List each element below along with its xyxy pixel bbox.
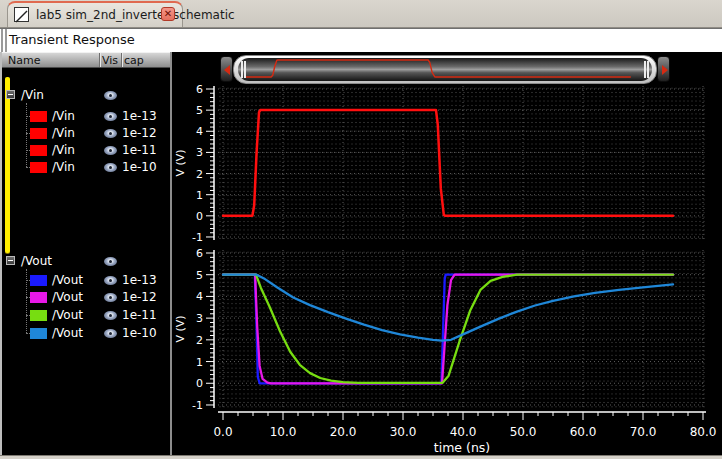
overview-scrollbar-track[interactable] xyxy=(233,55,657,84)
column-header-cap[interactable]: cap xyxy=(124,54,144,67)
signal-name-label: /Vout xyxy=(52,326,83,340)
signal-name-label: /Vout xyxy=(52,273,83,287)
visibility-eye-icon[interactable] xyxy=(104,293,117,302)
page-title: Transient Response xyxy=(9,32,135,47)
trace-color-swatch[interactable] xyxy=(30,328,47,339)
cap-value: 1e-11 xyxy=(122,143,157,157)
trace-color-swatch[interactable] xyxy=(30,111,47,122)
window-bottom-border xyxy=(0,455,722,459)
waveform-plot-area-vout[interactable] xyxy=(218,250,706,408)
signal-row[interactable]: /Vout1e-13 xyxy=(2,272,170,288)
scrollbar-right-arrow[interactable] xyxy=(657,56,670,82)
signal-name-label: /Vin xyxy=(52,160,75,174)
cap-value: 1e-11 xyxy=(122,308,157,322)
signal-row[interactable]: /Vin1e-12 xyxy=(2,125,170,141)
column-header-vis[interactable]: Vis xyxy=(102,54,118,67)
waveform-viewer-window: lab5 sim_2nd_inverter schematic ✕ Transi… xyxy=(0,0,722,459)
panel-grip-handle[interactable] xyxy=(1,29,7,52)
trace-color-swatch[interactable] xyxy=(30,275,47,286)
right-triangle-icon xyxy=(662,65,668,75)
plot-title-bar: Transient Response xyxy=(0,28,722,52)
visibility-eye-icon[interactable] xyxy=(104,112,117,121)
visibility-eye-icon[interactable] xyxy=(104,311,117,320)
signal-name-label: /Vout xyxy=(52,308,83,322)
signal-table-header: Name Vis cap xyxy=(2,52,170,68)
tab-title: lab5 sim_2nd_inverter schematic xyxy=(36,8,235,22)
trace-color-swatch[interactable] xyxy=(30,292,47,303)
signal-group-row[interactable]: /Vin xyxy=(2,87,170,103)
waveform-plot-panel xyxy=(172,52,722,455)
collapse-expander-icon[interactable] xyxy=(6,256,15,265)
signal-name-label: /Vout xyxy=(52,290,83,304)
signal-row[interactable]: /Vin1e-13 xyxy=(2,108,170,124)
cap-value: 1e-12 xyxy=(122,290,157,304)
cap-value: 1e-13 xyxy=(122,273,157,287)
signal-row[interactable]: /Vout1e-12 xyxy=(2,289,170,305)
column-divider[interactable] xyxy=(121,53,122,67)
signal-group-label: /Vout xyxy=(21,254,52,268)
signal-group-row[interactable]: /Vout xyxy=(2,253,170,269)
signal-row[interactable]: /Vin1e-11 xyxy=(2,142,170,158)
column-divider[interactable] xyxy=(99,53,100,67)
cap-value: 1e-13 xyxy=(122,109,157,123)
signal-row[interactable]: /Vout1e-10 xyxy=(2,325,170,341)
cap-value: 1e-10 xyxy=(122,326,157,340)
schematic-window-icon xyxy=(14,7,29,22)
scrollbar-grip-left[interactable] xyxy=(241,61,246,78)
trace-color-swatch[interactable] xyxy=(30,162,47,173)
trace-color-swatch[interactable] xyxy=(30,310,47,321)
visibility-eye-icon[interactable] xyxy=(104,91,117,100)
visibility-eye-icon[interactable] xyxy=(104,276,117,285)
visibility-eye-icon[interactable] xyxy=(104,257,117,266)
cap-value: 1e-10 xyxy=(122,160,157,174)
left-triangle-icon xyxy=(224,65,230,75)
overview-waveform xyxy=(244,57,644,84)
signal-name-label: /Vin xyxy=(52,109,75,123)
tab-bar: lab5 sim_2nd_inverter schematic ✕ xyxy=(0,0,722,28)
trace-color-swatch[interactable] xyxy=(30,128,47,139)
cap-value: 1e-12 xyxy=(122,126,157,140)
scrollbar-left-arrow[interactable] xyxy=(220,56,233,82)
signal-row[interactable]: /Vout1e-11 xyxy=(2,307,170,323)
scrollbar-grip-right[interactable] xyxy=(644,61,649,78)
column-header-name[interactable]: Name xyxy=(8,54,40,67)
signal-name-label: /Vin xyxy=(52,126,75,140)
visibility-eye-icon[interactable] xyxy=(104,146,117,155)
close-icon[interactable]: ✕ xyxy=(161,7,175,21)
tab-transient-response[interactable]: lab5 sim_2nd_inverter schematic ✕ xyxy=(7,1,183,27)
signal-group-label: /Vin xyxy=(21,88,44,102)
signal-row[interactable]: /Vin1e-10 xyxy=(2,159,170,175)
signal-table-panel: Name Vis cap /Vin/Vin1e-13/Vin1e-12/Vin1… xyxy=(0,52,170,455)
visibility-eye-icon[interactable] xyxy=(104,329,117,338)
trace-color-swatch[interactable] xyxy=(30,145,47,156)
visibility-eye-icon[interactable] xyxy=(104,163,117,172)
signal-name-label: /Vin xyxy=(52,143,75,157)
collapse-expander-icon[interactable] xyxy=(6,90,15,99)
visibility-eye-icon[interactable] xyxy=(104,129,117,138)
waveform-plot-area-vin[interactable] xyxy=(218,86,706,240)
